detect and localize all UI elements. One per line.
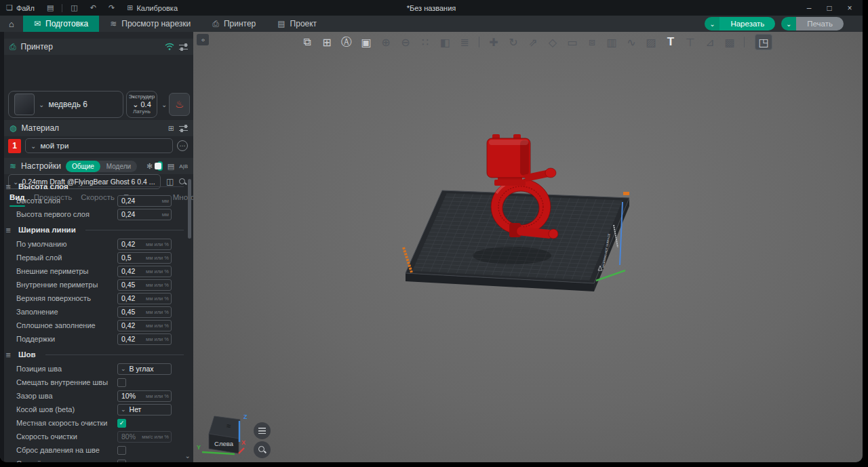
process-gear-icon[interactable]: ✻ (146, 162, 153, 171)
home-button[interactable]: ⌂ (0, 16, 23, 32)
preset-list-icon[interactable]: ▤ (167, 162, 174, 171)
minimize-button[interactable]: – (800, 0, 818, 16)
add-plate-icon[interactable]: ⊞ (320, 36, 334, 49)
setting-input[interactable]: 0,5мм или % (117, 252, 172, 264)
auto-arrange-icon[interactable]: Ⓐ (340, 35, 353, 49)
assembly-view-icon[interactable]: ◳ (757, 36, 770, 49)
viewport-menu-button[interactable] (254, 422, 271, 439)
setting-label: Верхняя поверхность (16, 294, 117, 302)
slice-button[interactable]: Нарезать (719, 17, 775, 31)
setting-select[interactable]: ⌄Нет (117, 404, 172, 415)
bed-type-select[interactable]: ⌄ ♨ (161, 91, 190, 118)
wifi-icon[interactable] (165, 43, 174, 51)
setting-row: Внешние периметры0,42мм или % (4, 264, 193, 278)
setting-checkbox[interactable]: ✓ (117, 419, 126, 428)
setting-label: Косой шов (beta) (16, 405, 117, 413)
setting-checkbox[interactable] (117, 378, 126, 387)
advanced-toggle[interactable] (157, 161, 163, 171)
viewport-3d[interactable]: WARNING HOT SURFACE (193, 32, 863, 462)
setting-row: Первый слой0,5мм или % (4, 251, 193, 264)
search-icon (258, 446, 267, 454)
print-button[interactable]: Печать (796, 17, 844, 31)
section-header[interactable]: ≣Ширина линии (4, 222, 193, 237)
calibration-label: Калибровка (136, 4, 178, 12)
setting-input[interactable]: 0,24мм (117, 195, 172, 207)
assembly-view-button[interactable]: ◳ (755, 34, 772, 50)
calibration-button[interactable]: ⊞ Калибровка (121, 0, 184, 16)
plate-settings-icon[interactable]: ▣ (359, 36, 373, 49)
setting-input[interactable]: 10%мм или % (117, 390, 172, 402)
chevron-down-icon: ⌄ (161, 101, 167, 108)
slice-dropdown-button[interactable]: ⌄ (705, 17, 719, 31)
setting-input[interactable]: 0,42мм или % (117, 293, 172, 304)
setting-label: Сплошное заполнение (16, 321, 117, 329)
setting-unit: мм или % (146, 336, 171, 342)
divider (45, 354, 184, 355)
compare-presets-icon[interactable]: A|B (179, 163, 188, 169)
setting-unit: мм или % (146, 268, 171, 275)
settings-scope-toggle[interactable]: Общие Модели (66, 161, 137, 172)
filament-more-icon[interactable]: ⋯ (177, 140, 188, 151)
navigation-cube[interactable]: ≋ Слева Z X Y (197, 407, 259, 461)
scene-canvas[interactable]: WARNING HOT SURFACE (193, 32, 863, 462)
nozzle-select[interactable]: Экструдер ⌄ 0.4 Латунь (126, 91, 157, 118)
setting-input[interactable]: 0,42мм или % (117, 266, 172, 277)
add-filament-icon[interactable]: ⊞ (168, 124, 174, 133)
setting-input[interactable]: 0,45мм или % (117, 279, 172, 291)
collapse-sidebar-button[interactable]: ‹› (197, 34, 209, 45)
menu-button[interactable]: ▤ (41, 0, 60, 16)
setting-label: Высота первого слоя (16, 210, 117, 218)
hamburger-icon (258, 428, 266, 434)
seam-paint-icon: ∿ (625, 36, 638, 49)
scope-objects[interactable]: Модели (100, 161, 137, 172)
chevron-down-icon: ⌄ (118, 365, 126, 372)
setting-input[interactable]: 0,42мм или % (117, 320, 172, 331)
add-object-icon[interactable]: ⧉ (300, 36, 314, 48)
undo-button[interactable]: ↶ (84, 0, 102, 16)
build-plate[interactable]: WARNING HOT SURFACE (403, 190, 629, 291)
svg-text:Слева: Слева (214, 440, 234, 447)
setting-input[interactable]: 0,24мм (117, 209, 172, 220)
scroll-down-icon[interactable]: ⌄ (185, 452, 191, 460)
filament-slot-badge[interactable]: 1 (8, 139, 21, 153)
filament-settings-icon[interactable] (179, 125, 188, 132)
close-button[interactable]: × (841, 0, 859, 16)
viewport-search-button[interactable] (254, 441, 271, 458)
setting-checkbox[interactable] (117, 460, 126, 463)
printer-select[interactable]: ⌄ медведь 6 (8, 91, 123, 118)
filament-select[interactable]: ⌄ мой три (25, 138, 173, 153)
section-header[interactable]: ≣Высота слоя (4, 179, 193, 194)
setting-input[interactable]: 0,45мм или % (117, 306, 172, 318)
setting-checkbox[interactable] (117, 446, 126, 455)
setting-row: Сплошное заполнение0,42мм или % (4, 319, 193, 332)
setting-select[interactable]: ⌄В углах (117, 363, 172, 375)
printer-icon: ⎙ (9, 42, 16, 52)
title-bar: ❏ Файл ▤ ◫ ↶ ↷ ⊞ Калибровка *Без названи… (0, 0, 863, 16)
setting-input[interactable]: 0,42мм или % (117, 239, 172, 250)
text-tool-icon[interactable]: T (664, 35, 677, 49)
setting-row: Высота слоя0,24мм (4, 194, 193, 207)
material-row: 1 ⌄ мой три ⋯ (8, 138, 188, 154)
setting-value: 10% (118, 392, 146, 400)
setting-input[interactable]: 80%мм/с или % (117, 431, 172, 443)
printer-settings-icon[interactable] (179, 43, 188, 51)
setting-input[interactable]: 0,42мм или % (117, 333, 172, 345)
print-dropdown-button[interactable]: ⌄ (781, 17, 796, 31)
sidebar-scrollbar[interactable] (188, 179, 191, 239)
tab-project[interactable]: ▤Проект (267, 16, 328, 32)
printer-section-header: ⎙ Принтер (4, 39, 193, 55)
tab-prepare[interactable]: ✉Подготовка (23, 16, 99, 32)
tab-preview[interactable]: ≋Просмотр нарезки (99, 16, 201, 32)
scope-global[interactable]: Общие (66, 161, 100, 172)
settings-section-header: ≋ Настройки Общие Модели ✻ ▤ A|B (4, 158, 193, 174)
scale-icon: ⇗ (526, 36, 540, 49)
setting-row: Зазор шва10%мм или % (4, 389, 193, 403)
maximize-button[interactable]: □ (821, 0, 838, 16)
print-split-button: ⌄ Печать (781, 17, 844, 31)
save-button[interactable]: ◫ (64, 0, 83, 16)
section-header[interactable]: ≣Шов (4, 347, 193, 362)
section-icon: ≣ (5, 351, 14, 359)
file-menu[interactable]: ❏ Файл (0, 0, 41, 16)
redo-button[interactable]: ↷ (102, 0, 121, 16)
tab-printer[interactable]: ⎙Принтер (201, 16, 267, 32)
